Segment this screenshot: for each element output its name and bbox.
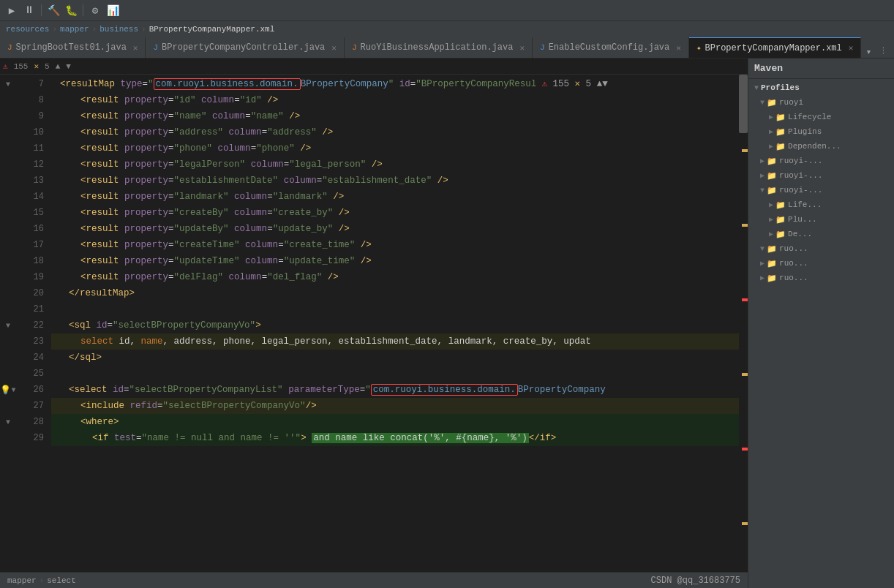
tree-profiles[interactable]: ▼ Profiles bbox=[748, 80, 894, 95]
tab-springboottest[interactable]: J SpringBootTest01.java ✕ bbox=[0, 37, 146, 58]
deps-icon-2: 📁 bbox=[775, 230, 786, 239]
tree-ruoyi-3[interactable]: ▶ 📁 ruoyi-... bbox=[748, 168, 894, 183]
status-bc-select: select bbox=[47, 576, 76, 585]
right-panel-header: Maven bbox=[748, 59, 894, 79]
maven-options-btn[interactable]: ⋮ bbox=[876, 43, 890, 58]
lifecycle-arrow-1[interactable]: ▶ bbox=[769, 113, 773, 121]
linenum-11: 11 bbox=[18, 140, 44, 157]
ruoyi6-arrow[interactable]: ▶ bbox=[760, 259, 765, 268]
bc-file: BPropertyCompanyMapper.xml bbox=[149, 25, 275, 34]
status-right-text: CSDN @qq_31683775 bbox=[651, 576, 740, 586]
linenum-24: 24 bbox=[18, 350, 44, 366]
linenum-14: 14 bbox=[18, 189, 44, 205]
code-line-29: <if test="name != null and name != ''"> … bbox=[51, 430, 739, 446]
tab-mapper-xml[interactable]: ✦ BPropertyCompanyMapper.xml ✕ bbox=[689, 37, 861, 58]
linenum-8: 8 bbox=[18, 92, 44, 108]
code-line-23: select id, name, address, phone, legal_p… bbox=[51, 333, 739, 350]
code-line-15: <result property="createBy" column="crea… bbox=[51, 205, 739, 221]
tree-ruoyi-4[interactable]: ▼ 📁 ruoyi-... bbox=[748, 183, 894, 197]
tab-close-5[interactable]: ✕ bbox=[849, 43, 854, 53]
scroll-marker-4 bbox=[742, 298, 748, 301]
settings-button[interactable]: ⚙ bbox=[88, 3, 102, 18]
gutter-22[interactable]: ▼ bbox=[0, 317, 18, 333]
ruoyi3-arrow[interactable]: ▶ bbox=[760, 171, 765, 180]
tab-close-4[interactable]: ✕ bbox=[676, 43, 681, 53]
deps-arrow-1[interactable]: ▶ bbox=[769, 142, 773, 151]
gutter-26[interactable]: 💡 ▼ bbox=[0, 382, 18, 398]
linenum-23: 23 bbox=[18, 333, 44, 350]
gutter-9 bbox=[0, 108, 18, 124]
tree-plugins-1[interactable]: ▶ 📁 Plugins bbox=[748, 124, 894, 139]
tree-lifecycle-1[interactable]: ▶ 📁 Lifecycle bbox=[748, 110, 894, 124]
run-button[interactable]: ▶ bbox=[4, 3, 19, 18]
linenum-9: 9 bbox=[18, 108, 44, 124]
linenum-16: 16 bbox=[18, 221, 44, 237]
scroll-marker-3 bbox=[742, 224, 748, 227]
nav-up[interactable]: ▲ bbox=[56, 62, 61, 71]
plugins-icon-2: 📁 bbox=[775, 215, 786, 225]
bug-button[interactable]: 🐛 bbox=[64, 3, 78, 18]
ruoyi4-arrow[interactable]: ▼ bbox=[760, 186, 765, 195]
gutter-28[interactable]: ▼ bbox=[0, 414, 18, 430]
status-bc-mapper: mapper bbox=[7, 576, 37, 585]
profile-button[interactable]: 📊 bbox=[105, 3, 120, 18]
status-breadcrumb: mapper › select bbox=[7, 576, 645, 585]
code-content[interactable]: <resultMap type="com.ruoyi.business.doma… bbox=[51, 75, 739, 572]
tree-lifecycle-2[interactable]: ▶ 📁 Life... bbox=[748, 197, 894, 212]
lifecycle-arrow-2[interactable]: ▶ bbox=[769, 200, 773, 209]
lightbulb-icon[interactable]: 💡 bbox=[0, 385, 11, 396]
breadcrumb: resources › mapper › business › BPropert… bbox=[0, 20, 894, 37]
java-icon-4: J bbox=[540, 43, 545, 52]
scrollbar-thumb[interactable] bbox=[739, 75, 748, 133]
gutter-11 bbox=[0, 140, 18, 157]
gutter-7[interactable]: ▼ bbox=[0, 76, 18, 92]
plugins-label-1: Plugins bbox=[788, 127, 822, 136]
scroll-marker-7 bbox=[742, 522, 748, 525]
tree-ruoyi-6[interactable]: ▶ 📁 ruo... bbox=[748, 256, 894, 271]
xml-icon: ✦ bbox=[696, 43, 702, 53]
linenum-20: 20 bbox=[18, 285, 44, 301]
tree-ruoyi-7[interactable]: ▶ 📁 ruo... bbox=[748, 271, 894, 285]
code-line-28: <where> bbox=[51, 414, 739, 430]
build-button[interactable]: 🔨 bbox=[46, 3, 61, 18]
tree-ruoyi-2[interactable]: ▶ 📁 ruoyi-... bbox=[748, 154, 894, 168]
tree-ruoyi-5[interactable]: ▼ 📁 ruo... bbox=[748, 241, 894, 256]
gutter-21 bbox=[0, 301, 18, 317]
linenum-26: 26 bbox=[18, 382, 44, 398]
linenum-19: 19 bbox=[18, 269, 44, 285]
scroll-gutter[interactable] bbox=[739, 75, 748, 572]
ruoyi-label: ruoyi bbox=[779, 98, 803, 107]
plugins-arrow-2[interactable]: ▶ bbox=[769, 215, 773, 224]
code-line-7: <resultMap type="com.ruoyi.business.doma… bbox=[51, 76, 739, 92]
tab-controller[interactable]: J BPropertyCompanyController.java ✕ bbox=[146, 37, 344, 58]
debug-button[interactable]: ⏸ bbox=[22, 3, 37, 18]
nav-down[interactable]: ▼ bbox=[66, 62, 71, 71]
bc-business[interactable]: business bbox=[99, 25, 138, 34]
tab-close-2[interactable]: ✕ bbox=[331, 43, 337, 53]
ruoyi2-arrow[interactable]: ▶ bbox=[760, 157, 765, 165]
ruoyi5-arrow[interactable]: ▼ bbox=[760, 245, 765, 253]
tab-close-3[interactable]: ✕ bbox=[519, 43, 525, 53]
ruoyi-expand-icon[interactable]: ▼ bbox=[760, 99, 765, 107]
tab-application[interactable]: J RuoYiBusinessApplication.java ✕ bbox=[345, 37, 533, 58]
error-count: 155 bbox=[14, 62, 29, 71]
profiles-expand-icon[interactable]: ▼ bbox=[754, 84, 759, 92]
bc-resources[interactable]: resources bbox=[6, 25, 49, 34]
ruoyi7-arrow[interactable]: ▶ bbox=[760, 274, 765, 282]
plugins-arrow-1[interactable]: ▶ bbox=[769, 127, 773, 136]
bc-mapper[interactable]: mapper bbox=[60, 25, 89, 34]
java-icon-1: J bbox=[7, 43, 12, 52]
profiles-label: Profiles bbox=[761, 83, 800, 92]
ruoyi5-label: ruo... bbox=[779, 244, 808, 253]
tabs-overflow-button[interactable]: ▾ bbox=[861, 46, 876, 58]
tree-plugins-2[interactable]: ▶ 📁 Plu... bbox=[748, 212, 894, 227]
code-line-27: <include refid="selectBPropertyCompanyVo… bbox=[51, 398, 739, 414]
tree-ruoyi-root[interactable]: ▼ 📁 ruoyi bbox=[748, 95, 894, 110]
tree-deps-2[interactable]: ▶ 📁 De... bbox=[748, 227, 894, 241]
tree-dependencies-1[interactable]: ▶ 📁 Dependen... bbox=[748, 139, 894, 154]
deps-arrow-2[interactable]: ▶ bbox=[769, 230, 773, 238]
ruoyi7-label: ruo... bbox=[779, 274, 808, 282]
tab-close-1[interactable]: ✕ bbox=[133, 43, 138, 53]
tab-enableconfig[interactable]: J EnableCustomConfig.java ✕ bbox=[533, 37, 689, 58]
code-line-17: <result property="createTime" column="cr… bbox=[51, 237, 739, 253]
